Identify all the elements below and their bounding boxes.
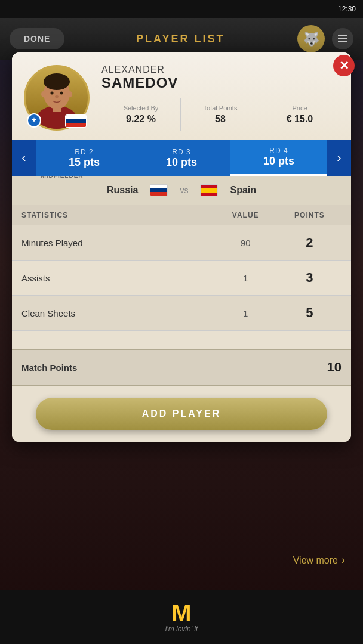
player-stats-row: Selected By 9.22 % Total Points 58 Price… xyxy=(101,98,339,131)
total-points-value: 58 xyxy=(186,114,255,125)
round-tab-3[interactable]: RD 3 10 pts xyxy=(133,140,230,176)
player-first-name: ALEXANDER xyxy=(101,64,339,75)
match-info: Russia vs Spain xyxy=(12,176,351,205)
match-vs: vs xyxy=(180,185,188,195)
price-label: Price xyxy=(265,104,334,112)
selected-by-cell: Selected By 9.22 % xyxy=(101,98,181,131)
spain-flag-match xyxy=(200,184,218,196)
view-more-text: View more xyxy=(293,555,338,566)
nav-icons: 🐺 xyxy=(296,24,353,54)
stats-row-minutes: Minutes Played 90 2 xyxy=(12,225,351,261)
round-tab-2[interactable]: RD 2 15 pts xyxy=(36,140,133,176)
player-info: ALEXANDER SAMEDOV Selected By 9.22 % Tot… xyxy=(101,64,339,131)
svg-point-10 xyxy=(67,91,72,97)
stats-header: STATISTICS VALUE POINTS xyxy=(12,205,351,225)
view-more[interactable]: View more › xyxy=(293,554,345,566)
round-tab-4-pts: 10 pts xyxy=(263,155,294,168)
match-points-value: 10 xyxy=(214,360,342,375)
stat-minutes-value: 90 xyxy=(214,238,278,248)
wolf-icon: 🐺 xyxy=(296,24,326,54)
price-value: € 15.0 xyxy=(265,114,334,125)
col-stat-header: STATISTICS xyxy=(21,211,214,219)
svg-point-8 xyxy=(55,95,59,98)
status-time: 12:30 xyxy=(338,5,356,13)
svg-text:🐺: 🐺 xyxy=(303,31,320,47)
round-tab-3-pts: 10 pts xyxy=(166,156,197,169)
away-team: Spain xyxy=(230,185,256,196)
svg-point-9 xyxy=(41,91,46,97)
svg-point-6 xyxy=(51,91,54,94)
match-points-row: Match Points 10 xyxy=(12,349,351,386)
player-header: ALEXANDER SAMEDOV Selected By 9.22 % Tot… xyxy=(12,52,351,140)
round-tabs: ‹ RD 2 15 pts RD 3 10 pts RD 4 10 pts › xyxy=(12,140,351,176)
round-tab-2-pts: 15 pts xyxy=(69,156,100,169)
player-last-name: SAMEDOV xyxy=(101,75,339,91)
stat-assists-points: 3 xyxy=(278,270,342,286)
status-bar: 12:30 xyxy=(0,0,363,18)
stat-minutes-label: Minutes Played xyxy=(21,238,214,248)
selected-by-label: Selected By xyxy=(106,104,176,112)
stat-assists-value: 1 xyxy=(214,273,278,283)
svg-point-5 xyxy=(44,73,70,90)
close-button[interactable]: ✕ xyxy=(333,55,355,76)
selected-by-value: 9.22 % xyxy=(106,114,176,125)
stat-cleansheets-points: 5 xyxy=(278,305,342,321)
add-player-section: ADD PLAYER xyxy=(12,386,351,442)
russia-flag xyxy=(65,114,87,128)
stat-cleansheets-value: 1 xyxy=(214,308,278,318)
col-points-header: POINTS xyxy=(278,211,342,219)
stat-cleansheets-label: Clean Sheets xyxy=(21,308,214,318)
svg-point-7 xyxy=(60,91,63,94)
round-prev-button[interactable]: ‹ xyxy=(12,140,36,176)
total-points-label: Total Points xyxy=(186,104,255,112)
mcdonalds-arch: M xyxy=(171,601,191,625)
russia-flag-match xyxy=(150,184,168,196)
stats-row-assists: Assists 1 3 xyxy=(12,261,351,296)
menu-icon[interactable] xyxy=(332,28,353,49)
col-value-header: VALUE xyxy=(214,211,278,219)
round-next-button[interactable]: › xyxy=(327,140,351,176)
done-button[interactable]: DONE xyxy=(10,28,64,49)
match-points-label: Match Points xyxy=(21,363,214,373)
price-cell: Price € 15.0 xyxy=(260,98,339,131)
stat-minutes-points: 2 xyxy=(278,235,342,250)
badge-icon xyxy=(27,113,41,128)
round-tab-4[interactable]: RD 4 10 pts xyxy=(230,140,327,176)
view-more-arrow: › xyxy=(342,554,345,566)
stats-row-cleansheets: Clean Sheets 1 5 xyxy=(12,296,351,331)
stat-assists-label: Assists xyxy=(21,273,214,283)
mcdonalds-banner: M i'm lovin' it xyxy=(0,590,363,644)
nav-title: PLAYER LIST xyxy=(136,33,224,45)
round-tab-4-label: RD 4 xyxy=(269,147,288,155)
modal-card: ALEXANDER SAMEDOV Selected By 9.22 % Tot… xyxy=(12,52,351,442)
add-player-button[interactable]: ADD PLAYER xyxy=(36,398,327,430)
mcdonalds-tagline: i'm lovin' it xyxy=(165,625,198,633)
home-team: Russia xyxy=(107,185,138,196)
round-tab-2-label: RD 2 xyxy=(75,148,93,156)
total-points-cell: Total Points 58 xyxy=(181,98,260,131)
round-tab-3-label: RD 3 xyxy=(172,148,190,156)
player-avatar-wrap xyxy=(24,65,90,131)
